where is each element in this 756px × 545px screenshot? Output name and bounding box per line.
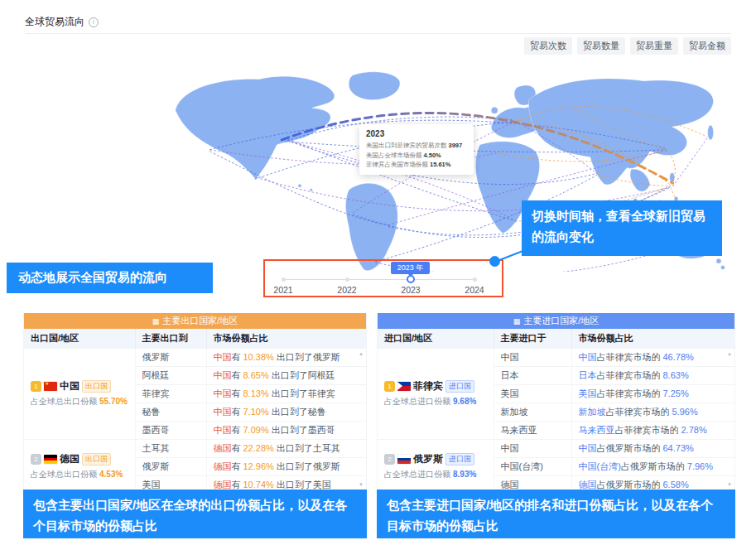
page-title: 全球贸易流向 xyxy=(25,15,84,29)
table-row[interactable]: 2 德国 出口国 占全球总出口份额4.53% 土耳其 德国有22.28%出口到了… xyxy=(24,439,366,457)
timeline-selected-badge: 2023 年 xyxy=(391,262,430,274)
metric-button-weight[interactable]: 贸易重量 xyxy=(630,37,678,55)
col-import-country: 进口国/地区 xyxy=(378,329,494,348)
timeline-year-2023: 2023 xyxy=(394,285,427,295)
tooltip-year: 2023 xyxy=(366,129,467,138)
global-trade-flow-page: 全球贸易流向 贸易次数 贸易数量 贸易重量 贸易金额 xyxy=(0,0,756,545)
callout-export-note: 包含主要出口国家/地区在全球的出口份额占比，以及在各个目标市场的份额占比 xyxy=(23,490,367,538)
table-header-icon xyxy=(513,317,521,326)
exporter-badge: 出口国 xyxy=(82,380,111,393)
col-market-share: 市场份额占比 xyxy=(206,329,366,348)
exporter-germany-cell: 2 德国 出口国 占全球总出口份额4.53% xyxy=(24,439,135,494)
metric-toolbar: 贸易次数 贸易数量 贸易重量 贸易金额 xyxy=(524,37,731,55)
table-row[interactable]: 2 俄罗斯 进口国 占全球总进口份额8.93% 中国 中国占俄罗斯市场的64.7… xyxy=(378,439,734,457)
col-market-share: 市场份额占比 xyxy=(571,329,734,348)
table-header-icon xyxy=(152,317,160,326)
exporter-badge: 出口国 xyxy=(82,453,111,465)
header-divider xyxy=(25,33,731,34)
scroll-up-icon[interactable] xyxy=(727,351,732,356)
germany-flag-icon xyxy=(44,455,57,464)
scroll-down-icon[interactable] xyxy=(727,482,732,487)
rank-badge: 1 xyxy=(31,381,41,392)
timeline-stop xyxy=(345,277,349,282)
annotation-connector-dot xyxy=(489,256,500,267)
callout-timeline: 切换时间轴，查看全球新旧贸易的流向变化 xyxy=(522,200,722,256)
table-row[interactable]: 1 菲律宾 进口国 占全球总进口份额9.68% 中国 中国占菲律宾市场的46.7… xyxy=(378,348,734,366)
column-header-row: 进口国/地区 主要进口于 市场份额占比 xyxy=(378,329,734,348)
map-tooltip: 2023 美国出口到菲律宾的贸易次数3997 美国占全球市场份额4.50% 菲律… xyxy=(359,124,474,175)
col-export-to: 主要出口到 xyxy=(135,329,206,348)
china-flag-icon xyxy=(44,382,57,391)
page-header: 全球贸易流向 xyxy=(25,15,99,29)
timeline-year-2021: 2021 xyxy=(267,285,300,295)
import-table-header: 主要进口国家/地区 xyxy=(378,313,734,329)
scroll-down-icon[interactable] xyxy=(359,482,364,487)
metric-button-amount[interactable]: 贸易金额 xyxy=(683,37,731,55)
import-table-panel: 主要进口国家/地区 进口国/地区 主要进口于 市场份额占比 1 菲律宾 xyxy=(377,313,735,494)
export-table-panel: 主要出口国家/地区 出口国/地区 主要出口到 市场份额占比 1 中国 xyxy=(23,313,367,494)
scroll-up-icon[interactable] xyxy=(359,351,364,356)
importer-philippines-cell: 1 菲律宾 进口国 占全球总进口份额9.68% xyxy=(378,348,494,439)
info-icon[interactable] xyxy=(89,17,99,27)
timeline-stop xyxy=(282,277,286,282)
col-import-from: 主要进口于 xyxy=(494,329,571,348)
importer-badge: 进口国 xyxy=(445,380,474,393)
col-export-country: 出口国/地区 xyxy=(24,329,135,348)
callout-import-note: 包含主要进口国家/地区的排名和进口份额占比，以及在各个目标市场的份额占比 xyxy=(377,490,735,538)
importer-russia-cell: 2 俄罗斯 进口国 占全球总进口份额8.93% xyxy=(378,439,494,494)
timeline-year-2022: 2022 xyxy=(330,285,364,295)
exporter-china-cell: 1 中国 出口国 占全球总出口份额55.70% xyxy=(24,348,135,439)
tooltip-line: 菲律宾占美国市场份额15.61% xyxy=(366,160,467,170)
philippines-flag-icon xyxy=(397,382,411,391)
rank-badge: 1 xyxy=(384,381,395,392)
rank-badge: 2 xyxy=(31,454,41,465)
metric-button-count[interactable]: 贸易次数 xyxy=(524,37,572,55)
timeline-stop xyxy=(473,277,477,282)
table-row[interactable]: 1 中国 出口国 占全球总出口份额55.70% 俄罗斯 中国有10.38%出口到… xyxy=(24,348,366,366)
timeline-year-2024: 2024 xyxy=(458,285,491,295)
importer-badge: 进口国 xyxy=(445,453,474,465)
tooltip-line: 美国出口到菲律宾的贸易次数3997 xyxy=(366,141,467,151)
metric-button-quantity[interactable]: 贸易数量 xyxy=(577,37,625,55)
tooltip-line: 美国占全球市场份额4.50% xyxy=(366,151,467,161)
column-header-row: 出口国/地区 主要出口到 市场份额占比 xyxy=(24,329,366,348)
callout-trade-flow: 动态地展示全国贸易的流向 xyxy=(7,263,213,293)
timeline-slider-track[interactable] xyxy=(283,279,474,280)
export-table-header: 主要出口国家/地区 xyxy=(24,313,366,329)
rank-badge: 2 xyxy=(384,454,395,465)
russia-flag-icon xyxy=(397,455,411,464)
